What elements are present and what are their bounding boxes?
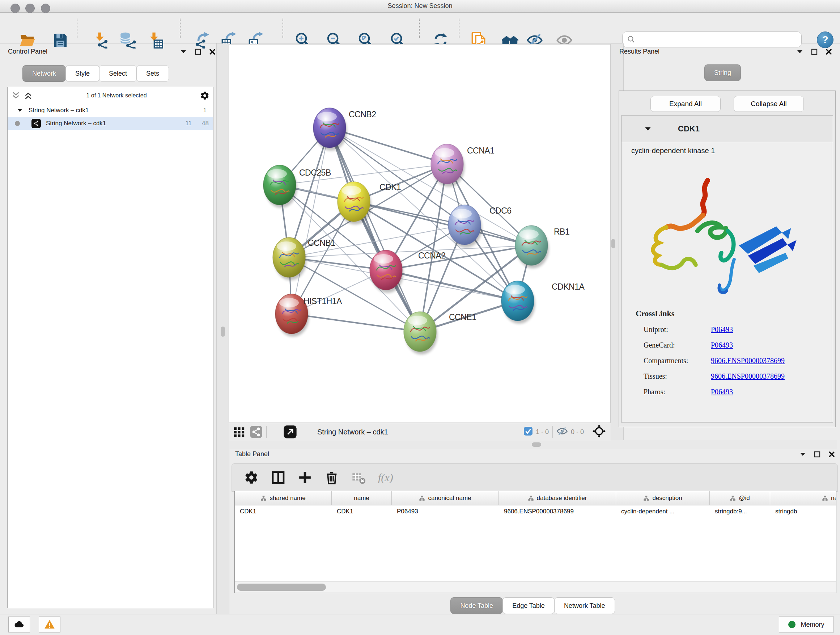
node-result-card: CDK1 cyclin-dependent kinase 1 (621, 116, 833, 423)
selected-checkbox-icon[interactable] (523, 426, 533, 437)
grid-view-icon[interactable] (233, 426, 245, 438)
tree-expand-icon[interactable] (16, 107, 24, 114)
expand-all-button[interactable]: Expand All (651, 96, 721, 112)
table-cell: cyclin-dependent ... (616, 505, 710, 518)
network-selection-status: 1 of 1 Network selected (33, 92, 200, 99)
toolbar-separator (266, 426, 267, 438)
show-columns-icon[interactable] (271, 470, 286, 485)
toolbar-separator (459, 18, 459, 38)
crosslink-link[interactable]: 9606.ENSP00000378699 (711, 372, 785, 380)
network-type-icon (32, 119, 41, 128)
tab-network-table[interactable]: Network Table (554, 597, 615, 614)
column-header-namespace[interactable]: namespace (770, 491, 836, 505)
control-panel-tabs: NetworkStyleSelectSets (23, 65, 169, 82)
panel-menu-icon[interactable] (180, 48, 187, 56)
column-header-databaseidentifier[interactable]: database identifier (499, 491, 616, 505)
network-collection-row[interactable]: String Network – cdk1 1 (8, 104, 213, 117)
tab-network[interactable]: Network (22, 65, 66, 82)
collapse-entry-icon[interactable] (644, 125, 652, 133)
network-row-selected[interactable]: String Network – cdk1 11 48 (8, 117, 213, 130)
edge-hist1h1a-ccne1[interactable] (292, 314, 420, 332)
shared-column-icon (643, 495, 649, 501)
network-view-icon[interactable] (249, 425, 263, 439)
column-header-id[interactable]: @id (710, 491, 770, 505)
panel-close-icon[interactable] (825, 48, 833, 56)
selected-count: 1 - 0 (536, 428, 549, 436)
scrollbar-thumb[interactable] (237, 584, 326, 591)
column-header-name[interactable]: name (332, 491, 392, 505)
collection-label: String Network – cdk1 (28, 107, 88, 114)
crosslink-link[interactable]: P06493 (711, 341, 733, 349)
column-header-canonicalname[interactable]: canonical name (392, 491, 499, 505)
panel-float-icon[interactable] (810, 48, 818, 56)
edge-ccnb2-ccna1[interactable] (330, 128, 447, 164)
network-graph[interactable]: CCNB2CCNA1CDC25BCDK1CDC6RB1CCNB1CCNA2CDK… (229, 44, 611, 423)
hidden-eye-icon[interactable] (556, 425, 568, 439)
table-toolbar: f(x) (232, 463, 838, 492)
cytoscape-window: Session: New Session ? Control Panel (0, 0, 840, 635)
node-label-cdc6: CDC6 (489, 206, 512, 215)
tree-options-gear-icon[interactable] (200, 91, 210, 100)
control-panel: Control Panel NetworkStyleSelectSets 1 o… (3, 44, 216, 611)
shared-column-icon (528, 495, 534, 501)
horizontal-splitter[interactable] (229, 440, 837, 449)
panel-menu-icon[interactable] (796, 48, 804, 56)
network-tree: 1 of 1 Network selected String Network –… (7, 87, 213, 608)
tab-style[interactable]: Style (65, 65, 99, 82)
node-label-ccne1: CCNE1 (449, 312, 476, 322)
panel-float-icon[interactable] (813, 450, 821, 458)
delete-column-icon[interactable] (325, 470, 339, 485)
crosslink-link[interactable]: P06493 (711, 325, 733, 334)
node-gloss (267, 169, 287, 179)
search-icon (627, 35, 636, 44)
warning-icon (44, 619, 55, 630)
tab-select[interactable]: Select (99, 65, 137, 82)
main-toolbar: ? (0, 13, 840, 43)
network-view[interactable]: CCNB2CCNA1CDC25BCDK1CDC6RB1CCNB1CCNA2CDK… (229, 44, 611, 423)
expand-all-icon[interactable] (24, 91, 33, 100)
network-view-title: String Network – cdk1 (317, 428, 388, 436)
table-cell: CDK1 (332, 505, 392, 518)
crosslink-link[interactable]: 9606.ENSP00000378699 (711, 356, 785, 365)
table-panel-window-controls (799, 450, 836, 458)
search-input[interactable] (638, 35, 797, 43)
table-cell: P06493 (392, 505, 499, 518)
crosslink-row: Compartments: 9606.ENSP00000378699 (644, 356, 831, 365)
node-gloss (341, 186, 361, 195)
crosslinks-title: CrossLinks (636, 309, 831, 318)
warnings-button[interactable] (39, 616, 60, 632)
edge-ccnb2-ccne1[interactable] (330, 128, 420, 332)
table-horizontal-scrollbar[interactable] (235, 581, 836, 593)
detach-view-icon[interactable] (283, 425, 297, 439)
collapse-all-icon[interactable] (11, 91, 21, 100)
results-tab-string[interactable]: String (705, 65, 741, 81)
function-builder-icon[interactable]: f(x) (378, 471, 393, 484)
left-splitter[interactable] (216, 43, 229, 614)
tab-sets[interactable]: Sets (136, 65, 169, 82)
cloud-icon (14, 619, 25, 630)
node-result-header[interactable]: CDK1 (622, 116, 833, 142)
panel-close-icon[interactable] (208, 48, 216, 56)
cloud-button[interactable] (8, 616, 30, 632)
column-header-sharedname[interactable]: shared name (235, 491, 332, 505)
panel-float-icon[interactable] (194, 48, 202, 56)
tab-node-table[interactable]: Node Table (450, 597, 503, 614)
network-node-count: 11 (185, 120, 192, 127)
column-header-description[interactable]: description (616, 491, 710, 505)
node-label-cdc25b: CDC25B (299, 168, 331, 177)
table-row[interactable]: CDK1CDK1P064939606.ENSP00000378699cyclin… (235, 505, 836, 518)
node-gloss (452, 209, 472, 218)
add-column-icon[interactable] (298, 470, 312, 485)
delete-table-icon[interactable] (351, 470, 366, 485)
panel-menu-icon[interactable] (799, 450, 807, 458)
edge-ccna2-cdkn1a[interactable] (386, 270, 518, 301)
tab-edge-table[interactable]: Edge Table (502, 597, 554, 614)
crosslink-link[interactable]: P06493 (711, 388, 733, 396)
memory-button[interactable]: Memory (779, 616, 834, 632)
birdseye-icon[interactable] (592, 424, 606, 439)
table-options-gear-icon[interactable] (244, 470, 259, 485)
collapse-all-button[interactable]: Collapse All (734, 96, 804, 112)
node-result-body: cyclin-dependent kinase 1 (623, 142, 831, 422)
panel-close-icon[interactable] (828, 450, 836, 458)
node-gloss (279, 298, 299, 307)
